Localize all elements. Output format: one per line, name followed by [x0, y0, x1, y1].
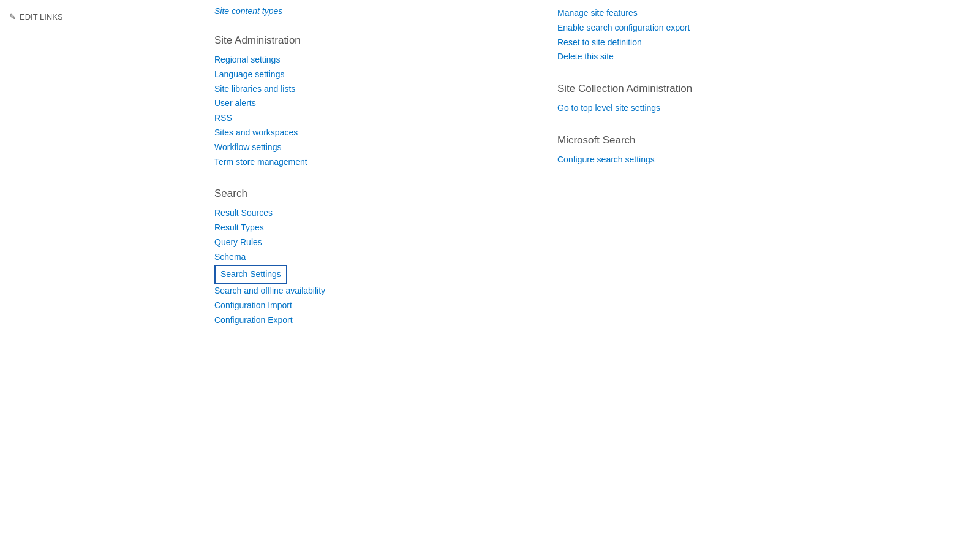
- site-collection-admin-title: Site Collection Administration: [557, 83, 864, 95]
- reset-site-definition-link[interactable]: Reset to site definition: [557, 36, 864, 50]
- site-collection-admin-section: Site Collection Administration Go to top…: [557, 83, 864, 116]
- language-settings-link[interactable]: Language settings: [214, 67, 521, 82]
- term-store-management-link[interactable]: Term store management: [214, 155, 521, 170]
- pencil-icon: ✎: [9, 12, 16, 21]
- left-sidebar: ✎ EDIT LINKS: [0, 0, 172, 540]
- sites-workspaces-link[interactable]: Sites and workspaces: [214, 126, 521, 140]
- microsoft-search-title: Microsoft Search: [557, 134, 864, 146]
- enable-search-config-export-link[interactable]: Enable search configuration export: [557, 21, 864, 36]
- search-section: Search Result Sources Result Types Query…: [214, 188, 521, 327]
- schema-link[interactable]: Schema: [214, 250, 521, 265]
- delete-site-link[interactable]: Delete this site: [557, 50, 864, 64]
- configure-search-settings-link[interactable]: Configure search settings: [557, 153, 864, 167]
- left-column: Site content types Site Administration R…: [214, 6, 521, 515]
- edit-links-label: EDIT LINKS: [20, 12, 63, 21]
- manage-site-features-link[interactable]: Manage site features: [557, 6, 864, 21]
- result-types-link[interactable]: Result Types: [214, 221, 521, 235]
- go-to-top-level-link[interactable]: Go to top level site settings: [557, 101, 864, 116]
- search-offline-availability-link[interactable]: Search and offline availability: [214, 284, 521, 299]
- configuration-export-link[interactable]: Configuration Export: [214, 313, 521, 328]
- rss-link[interactable]: RSS: [214, 111, 521, 126]
- regional-settings-link[interactable]: Regional settings: [214, 53, 521, 67]
- site-actions-section: Manage site features Enable search confi…: [557, 6, 864, 64]
- search-title: Search: [214, 188, 521, 200]
- configuration-import-link[interactable]: Configuration Import: [214, 299, 521, 313]
- microsoft-search-section: Microsoft Search Configure search settin…: [557, 134, 864, 167]
- result-sources-link[interactable]: Result Sources: [214, 206, 521, 221]
- query-rules-link[interactable]: Query Rules: [214, 235, 521, 250]
- search-settings-link[interactable]: Search Settings: [214, 265, 287, 284]
- user-alerts-link[interactable]: User alerts: [214, 96, 521, 111]
- site-content-types-link[interactable]: Site content types: [214, 6, 521, 16]
- site-administration-section: Site Administration Regional settings La…: [214, 34, 521, 169]
- site-administration-title: Site Administration: [214, 34, 521, 47]
- right-column: Manage site features Enable search confi…: [557, 6, 864, 515]
- site-libraries-lists-link[interactable]: Site libraries and lists: [214, 82, 521, 97]
- partial-section: Site content types: [214, 6, 521, 16]
- workflow-settings-link[interactable]: Workflow settings: [214, 140, 521, 155]
- main-content: Site content types Site Administration R…: [172, 0, 980, 540]
- edit-links[interactable]: ✎ EDIT LINKS: [9, 12, 162, 21]
- page-container: ✎ EDIT LINKS Site content types Site Adm…: [0, 0, 980, 540]
